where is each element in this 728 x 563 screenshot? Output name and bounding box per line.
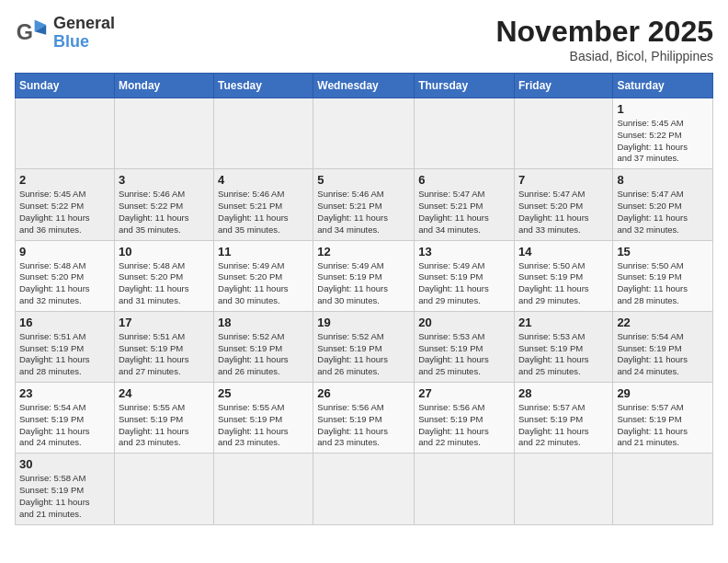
calendar-cell: 4Sunrise: 5:46 AM Sunset: 5:21 PM Daylig… [214,169,313,240]
day-info: Sunrise: 5:57 AM Sunset: 5:19 PM Dayligh… [518,402,609,449]
calendar-cell: 22Sunrise: 5:54 AM Sunset: 5:19 PM Dayli… [613,311,713,382]
title-block: November 2025 Basiad, Bicol, Philippines [495,15,713,63]
location-title: Basiad, Bicol, Philippines [495,49,713,63]
day-info: Sunrise: 5:46 AM Sunset: 5:21 PM Dayligh… [218,189,309,236]
weekday-header-sunday: Sunday [16,74,115,98]
day-number: 30 [19,457,110,471]
calendar-cell: 8Sunrise: 5:47 AM Sunset: 5:20 PM Daylig… [613,169,713,240]
day-number: 6 [418,173,510,187]
logo: G General Blue [15,15,115,52]
calendar-cell: 16Sunrise: 5:51 AM Sunset: 5:19 PM Dayli… [16,311,115,382]
day-info: Sunrise: 5:53 AM Sunset: 5:19 PM Dayligh… [518,331,609,378]
day-number: 15 [617,245,709,259]
month-title: November 2025 [495,15,713,49]
day-info: Sunrise: 5:46 AM Sunset: 5:22 PM Dayligh… [119,189,210,236]
calendar-cell: 14Sunrise: 5:50 AM Sunset: 5:19 PM Dayli… [514,240,612,311]
calendar-cell: 15Sunrise: 5:50 AM Sunset: 5:19 PM Dayli… [613,240,713,311]
day-info: Sunrise: 5:52 AM Sunset: 5:19 PM Dayligh… [218,331,309,378]
day-info: Sunrise: 5:50 AM Sunset: 5:19 PM Dayligh… [617,260,709,307]
calendar-cell [613,454,713,524]
calendar-table: SundayMondayTuesdayWednesdayThursdayFrid… [15,73,713,525]
day-info: Sunrise: 5:56 AM Sunset: 5:19 PM Dayligh… [418,402,510,449]
day-number: 4 [218,173,309,187]
calendar-cell: 7Sunrise: 5:47 AM Sunset: 5:20 PM Daylig… [514,169,612,240]
day-info: Sunrise: 5:49 AM Sunset: 5:19 PM Dayligh… [317,260,410,307]
day-number: 14 [518,245,609,259]
day-number: 17 [119,316,210,329]
calendar-cell [214,454,313,524]
calendar-cell: 5Sunrise: 5:46 AM Sunset: 5:21 PM Daylig… [313,169,415,240]
day-info: Sunrise: 5:51 AM Sunset: 5:19 PM Dayligh… [19,331,110,378]
calendar-cell: 30Sunrise: 5:58 AM Sunset: 5:19 PM Dayli… [16,454,115,524]
day-number: 13 [418,245,510,259]
day-info: Sunrise: 5:57 AM Sunset: 5:19 PM Dayligh… [617,402,709,449]
day-number: 28 [518,386,609,400]
calendar-cell: 11Sunrise: 5:49 AM Sunset: 5:20 PM Dayli… [214,240,313,311]
calendar-cell [114,454,213,524]
weekday-header-tuesday: Tuesday [214,74,313,98]
logo-blue: Blue [53,32,89,51]
calendar-cell: 26Sunrise: 5:56 AM Sunset: 5:19 PM Dayli… [313,383,415,454]
calendar-cell: 2Sunrise: 5:45 AM Sunset: 5:22 PM Daylig… [16,169,115,240]
day-number: 1 [617,102,709,116]
day-number: 20 [418,316,510,329]
day-number: 11 [218,245,309,259]
day-number: 12 [317,245,410,259]
calendar-cell: 13Sunrise: 5:49 AM Sunset: 5:19 PM Dayli… [415,240,515,311]
day-number: 24 [119,386,210,400]
day-number: 8 [617,173,709,187]
calendar-week-5: 23Sunrise: 5:54 AM Sunset: 5:19 PM Dayli… [16,383,713,454]
day-info: Sunrise: 5:47 AM Sunset: 5:20 PM Dayligh… [518,189,609,236]
day-number: 22 [617,316,709,329]
weekday-header-thursday: Thursday [415,74,515,98]
day-info: Sunrise: 5:51 AM Sunset: 5:19 PM Dayligh… [119,331,210,378]
day-info: Sunrise: 5:47 AM Sunset: 5:21 PM Dayligh… [418,189,510,236]
day-info: Sunrise: 5:48 AM Sunset: 5:20 PM Dayligh… [119,260,210,307]
day-info: Sunrise: 5:52 AM Sunset: 5:19 PM Dayligh… [317,331,410,378]
calendar-cell: 28Sunrise: 5:57 AM Sunset: 5:19 PM Dayli… [514,383,612,454]
day-number: 21 [518,316,609,329]
calendar-header: SundayMondayTuesdayWednesdayThursdayFrid… [16,74,713,98]
calendar-cell: 25Sunrise: 5:55 AM Sunset: 5:19 PM Dayli… [214,383,313,454]
day-info: Sunrise: 5:48 AM Sunset: 5:20 PM Dayligh… [19,260,110,307]
weekday-header-saturday: Saturday [613,74,713,98]
day-number: 23 [19,386,110,400]
calendar-cell [16,98,115,169]
svg-text:G: G [17,20,33,44]
logo-general: General [53,14,115,32]
day-number: 25 [218,386,309,400]
calendar-cell: 18Sunrise: 5:52 AM Sunset: 5:19 PM Dayli… [214,311,313,382]
weekday-header-wednesday: Wednesday [313,74,415,98]
day-info: Sunrise: 5:46 AM Sunset: 5:21 PM Dayligh… [317,189,410,236]
calendar-cell: 9Sunrise: 5:48 AM Sunset: 5:20 PM Daylig… [16,240,115,311]
calendar-cell: 23Sunrise: 5:54 AM Sunset: 5:19 PM Dayli… [16,383,115,454]
day-number: 9 [19,245,110,259]
weekday-header-friday: Friday [514,74,612,98]
day-info: Sunrise: 5:50 AM Sunset: 5:19 PM Dayligh… [518,260,609,307]
day-number: 5 [317,173,410,187]
calendar-body: 1Sunrise: 5:45 AM Sunset: 5:22 PM Daylig… [16,98,713,525]
calendar-week-4: 16Sunrise: 5:51 AM Sunset: 5:19 PM Dayli… [16,311,713,382]
day-info: Sunrise: 5:56 AM Sunset: 5:19 PM Dayligh… [317,402,410,449]
calendar-cell [514,98,612,169]
calendar-cell [114,98,213,169]
day-info: Sunrise: 5:45 AM Sunset: 5:22 PM Dayligh… [617,118,709,165]
day-info: Sunrise: 5:54 AM Sunset: 5:19 PM Dayligh… [617,331,709,378]
day-info: Sunrise: 5:58 AM Sunset: 5:19 PM Dayligh… [19,473,110,520]
calendar-cell: 10Sunrise: 5:48 AM Sunset: 5:20 PM Dayli… [114,240,213,311]
calendar-cell: 3Sunrise: 5:46 AM Sunset: 5:22 PM Daylig… [114,169,213,240]
page-header: G General Blue November 2025 Basiad, Bic… [15,15,713,63]
calendar-cell [313,98,415,169]
calendar-cell: 1Sunrise: 5:45 AM Sunset: 5:22 PM Daylig… [613,98,713,169]
day-number: 19 [317,316,410,329]
day-number: 10 [119,245,210,259]
day-number: 29 [617,386,709,400]
calendar-cell [415,454,515,524]
logo-text: General Blue [53,15,115,52]
day-number: 7 [518,173,609,187]
weekday-header-monday: Monday [114,74,213,98]
day-number: 26 [317,386,410,400]
day-info: Sunrise: 5:55 AM Sunset: 5:19 PM Dayligh… [218,402,309,449]
day-info: Sunrise: 5:53 AM Sunset: 5:19 PM Dayligh… [418,331,510,378]
day-info: Sunrise: 5:47 AM Sunset: 5:20 PM Dayligh… [617,189,709,236]
